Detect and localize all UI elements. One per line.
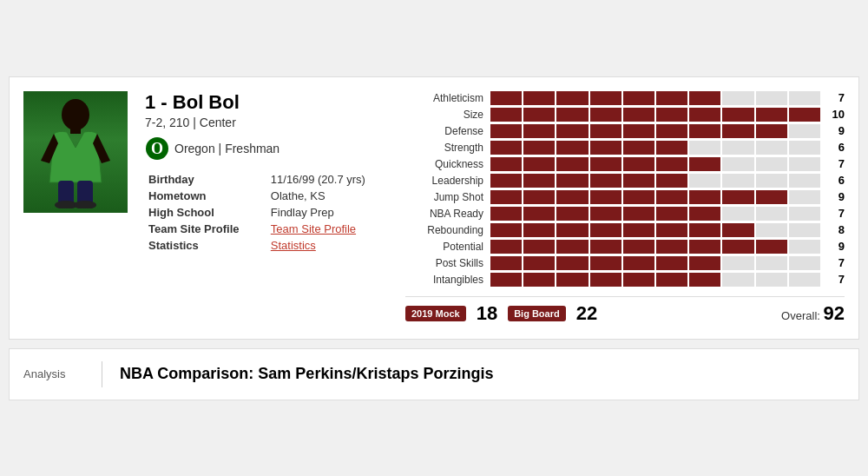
bar-segment-4-7 — [689, 157, 720, 171]
hometown-label: Hometown — [145, 188, 267, 204]
highschool-label: High School — [145, 204, 267, 221]
bar-segment-8-9 — [756, 223, 787, 237]
bar-segment-6-6 — [656, 190, 687, 204]
bar-segment-3-6 — [656, 141, 687, 155]
bar-segment-2-8 — [722, 124, 753, 138]
bar-segment-4-8 — [722, 157, 753, 171]
bar-segment-4-1 — [490, 157, 522, 171]
bar-segment-3-7 — [689, 141, 720, 155]
bar-segment-10-9 — [756, 256, 787, 270]
player-photo — [23, 91, 128, 213]
bar-segment-5-1 — [490, 174, 522, 188]
bar-segment-10-2 — [523, 256, 555, 270]
rating-row-leadership: Leadership6 — [405, 174, 845, 188]
bar-segment-11-4 — [590, 273, 621, 287]
birthday-label: Birthday — [145, 171, 267, 188]
bar-segment-1-1 — [490, 108, 522, 122]
bar-segment-7-3 — [556, 207, 588, 221]
school-name: Oregon | Freshman — [174, 142, 279, 155]
teamsite-link[interactable]: Team Site Profile — [271, 222, 356, 235]
rating-value-1: 10 — [827, 108, 845, 121]
bar-segment-11-7 — [689, 273, 720, 287]
bar-segment-5-9 — [756, 174, 787, 188]
bar-segment-0-7 — [689, 91, 720, 105]
bar-segment-6-10 — [789, 190, 820, 204]
bar-segment-3-2 — [523, 141, 555, 155]
highschool-row: High School Findlay Prep — [145, 204, 388, 221]
bar-segment-8-6 — [656, 223, 687, 237]
rating-value-2: 9 — [827, 124, 845, 137]
rating-bar-8 — [490, 223, 820, 237]
rating-row-rebounding: Rebounding8 — [405, 223, 845, 237]
bar-segment-5-7 — [689, 174, 720, 188]
bar-segment-4-5 — [623, 157, 654, 171]
analysis-divider — [102, 361, 102, 387]
bar-segment-4-4 — [590, 157, 621, 171]
rating-value-10: 7 — [827, 256, 845, 269]
bar-segment-1-7 — [689, 108, 720, 122]
rating-label-4: Quickness — [405, 158, 483, 170]
rating-value-11: 7 — [827, 273, 845, 286]
bar-segment-4-3 — [556, 157, 588, 171]
rating-value-3: 6 — [827, 141, 845, 154]
bar-segment-9-6 — [656, 240, 687, 254]
bar-segment-8-10 — [789, 223, 820, 237]
rating-row-jump-shot: Jump Shot9 — [405, 190, 845, 204]
rating-label-7: NBA Ready — [405, 208, 483, 220]
bar-segment-11-6 — [656, 273, 687, 287]
bar-segment-11-3 — [556, 273, 588, 287]
player-school: O Oregon | Freshman — [145, 136, 388, 161]
bar-segment-10-6 — [656, 256, 687, 270]
rating-row-size: Size10 — [405, 108, 845, 122]
bar-segment-10-7 — [689, 256, 720, 270]
bar-segment-6-7 — [689, 190, 720, 204]
bar-segment-7-4 — [590, 207, 621, 221]
bar-segment-11-1 — [490, 273, 522, 287]
bar-segment-9-2 — [523, 240, 555, 254]
bar-segment-10-10 — [789, 256, 820, 270]
bar-segment-0-5 — [623, 91, 654, 105]
bar-segment-6-8 — [722, 190, 753, 204]
bar-segment-3-1 — [490, 141, 522, 155]
mock-badge: 2019 Mock — [405, 306, 466, 321]
player-vitals: 7-2, 210 | Center — [145, 116, 388, 129]
bar-segment-11-9 — [756, 273, 787, 287]
bar-segment-5-4 — [590, 174, 621, 188]
player-details-table: Birthday 11/16/99 (20.7 yrs) Hometown Ol… — [145, 171, 388, 254]
rating-label-10: Post Skills — [405, 257, 483, 269]
ratings-section: Athleticism7Size10Defense9Strength6Quick… — [405, 91, 845, 325]
rating-label-2: Defense — [405, 125, 483, 137]
bar-segment-6-1 — [490, 190, 522, 204]
rating-row-defense: Defense9 — [405, 124, 845, 138]
rating-value-4: 7 — [827, 157, 845, 170]
bar-segment-1-8 — [722, 108, 753, 122]
bar-segment-8-4 — [590, 223, 621, 237]
bar-segment-2-5 — [623, 124, 654, 138]
bar-segment-0-8 — [722, 91, 753, 105]
bar-segment-9-7 — [689, 240, 720, 254]
bar-segment-0-3 — [556, 91, 588, 105]
bar-segment-9-4 — [590, 240, 621, 254]
rating-row-intangibles: Intangibles7 — [405, 273, 845, 287]
rating-bar-6 — [490, 190, 820, 204]
statistics-link[interactable]: Statistics — [271, 239, 316, 252]
bar-segment-0-10 — [789, 91, 820, 105]
rating-value-5: 6 — [827, 174, 845, 187]
bar-segment-8-1 — [490, 223, 522, 237]
bar-segment-0-6 — [656, 91, 687, 105]
birthday-row: Birthday 11/16/99 (20.7 yrs) — [145, 171, 388, 188]
rating-label-0: Athleticism — [405, 92, 483, 104]
bar-segment-2-10 — [789, 124, 820, 138]
player-info-section: 1 - Bol Bol 7-2, 210 | Center O Oregon |… — [145, 91, 388, 325]
rating-label-11: Intangibles — [405, 274, 483, 286]
bigboard-badge: Big Board — [508, 306, 566, 321]
bar-segment-6-5 — [623, 190, 654, 204]
rating-row-nba-ready: NBA Ready7 — [405, 207, 845, 221]
svg-point-5 — [74, 201, 96, 208]
bar-segment-7-2 — [523, 207, 555, 221]
rating-row-quickness: Quickness7 — [405, 157, 845, 171]
birthday-value: 11/16/99 (20.7 yrs) — [267, 171, 388, 188]
bar-segment-10-1 — [490, 256, 522, 270]
hometown-value: Olathe, KS — [267, 188, 388, 204]
bar-segment-9-1 — [490, 240, 522, 254]
